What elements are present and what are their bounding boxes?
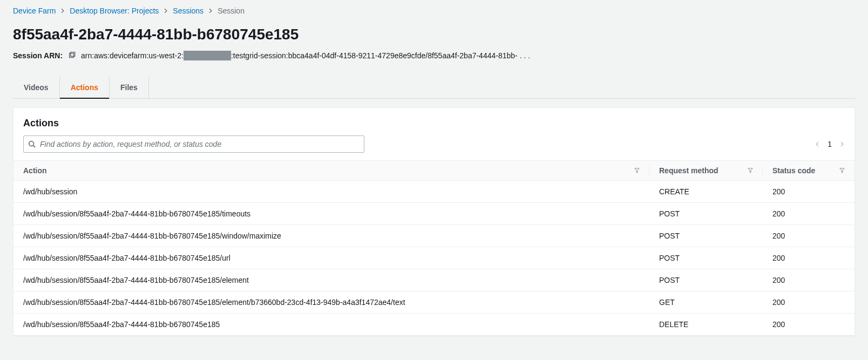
session-arn-row: Session ARN: arn:aws:devicefarm:us-west-… [13, 51, 855, 60]
cell-status: 200 [763, 269, 855, 291]
cell-action: /wd/hub/session/8f55aa4f-2ba7-4444-81bb-… [13, 203, 649, 225]
prev-page-button[interactable] [815, 140, 820, 148]
cell-method: POST [649, 247, 763, 269]
page-title: 8f55aa4f-2ba7-4444-81bb-b6780745e185 [13, 26, 855, 43]
cell-action: /wd/hub/session/8f55aa4f-2ba7-4444-81bb-… [13, 314, 649, 336]
col-action-header[interactable]: Action [13, 161, 649, 181]
cell-status: 200 [763, 181, 855, 203]
pagination: 1 [815, 140, 845, 148]
tabs: Videos Actions Files [13, 77, 855, 99]
actions-table: Action Request method [13, 160, 855, 335]
cell-method: CREATE [649, 181, 763, 203]
cell-status: 200 [763, 203, 855, 225]
cell-status: 200 [763, 314, 855, 336]
page-number: 1 [828, 140, 832, 148]
arn-redacted [184, 51, 231, 60]
table-row[interactable]: /wd/hub/session/8f55aa4f-2ba7-4444-81bb-… [13, 314, 855, 336]
filter-icon[interactable] [839, 168, 845, 173]
cell-method: POST [649, 269, 763, 291]
breadcrumb-link[interactable]: Device Farm [13, 6, 56, 15]
filter-icon[interactable] [748, 168, 753, 173]
cell-action: /wd/hub/session [13, 181, 649, 203]
cell-status: 200 [763, 225, 855, 247]
col-method-header[interactable]: Request method [649, 161, 763, 181]
breadcrumb: Device Farm Desktop Browser: Projects Se… [13, 4, 855, 22]
table-row[interactable]: /wd/hub/session/8f55aa4f-2ba7-4444-81bb-… [13, 247, 855, 269]
table-row[interactable]: /wd/hub/session/8f55aa4f-2ba7-4444-81bb-… [13, 225, 855, 247]
arn-prefix: arn:aws:devicefarm:us-west-2: [81, 51, 184, 60]
col-method-label: Request method [659, 166, 718, 175]
table-row[interactable]: /wd/hub/session/8f55aa4f-2ba7-4444-81bb-… [13, 203, 855, 225]
cell-status: 200 [763, 247, 855, 269]
table-row[interactable]: /wd/hub/session/8f55aa4f-2ba7-4444-81bb-… [13, 291, 855, 314]
breadcrumb-current: Session [218, 6, 245, 15]
arn-value: arn:aws:devicefarm:us-west-2::testgrid-s… [81, 51, 530, 60]
next-page-button[interactable] [839, 140, 845, 148]
breadcrumb-link[interactable]: Desktop Browser: Projects [70, 6, 159, 15]
table-row[interactable]: /wd/hub/session/8f55aa4f-2ba7-4444-81bb-… [13, 269, 855, 291]
tab-videos[interactable]: Videos [13, 77, 60, 98]
tab-actions[interactable]: Actions [60, 77, 110, 98]
actions-panel: Actions 1 Action [13, 107, 855, 336]
cell-method: DELETE [649, 314, 763, 336]
chevron-right-icon [163, 8, 168, 13]
copy-icon[interactable] [68, 52, 76, 59]
tab-files[interactable]: Files [110, 77, 149, 98]
svg-rect-1 [71, 52, 75, 56]
breadcrumb-link[interactable]: Sessions [173, 6, 204, 15]
cell-action: /wd/hub/session/8f55aa4f-2ba7-4444-81bb-… [13, 269, 649, 291]
cell-method: GET [649, 291, 763, 314]
search-box[interactable] [23, 135, 364, 153]
svg-rect-0 [70, 53, 74, 58]
cell-action: /wd/hub/session/8f55aa4f-2ba7-4444-81bb-… [13, 291, 649, 314]
svg-line-3 [33, 146, 36, 148]
cell-action: /wd/hub/session/8f55aa4f-2ba7-4444-81bb-… [13, 247, 649, 269]
panel-title: Actions [23, 118, 845, 129]
chevron-right-icon [60, 8, 65, 13]
search-icon [28, 140, 36, 148]
table-row[interactable]: /wd/hub/session CREATE 200 [13, 181, 855, 203]
cell-method: POST [649, 203, 763, 225]
col-action-label: Action [23, 166, 47, 175]
search-input[interactable] [40, 140, 360, 148]
cell-action: /wd/hub/session/8f55aa4f-2ba7-4444-81bb-… [13, 225, 649, 247]
arn-suffix: :testgrid-session:bbca4a4f-04df-4158-921… [231, 51, 530, 60]
filter-icon[interactable] [634, 168, 640, 173]
cell-status: 200 [763, 291, 855, 314]
cell-method: POST [649, 225, 763, 247]
arn-label: Session ARN: [13, 51, 63, 60]
svg-point-2 [29, 141, 34, 146]
col-status-label: Status code [772, 166, 815, 175]
col-status-header[interactable]: Status code [763, 161, 855, 181]
chevron-right-icon [208, 8, 213, 13]
